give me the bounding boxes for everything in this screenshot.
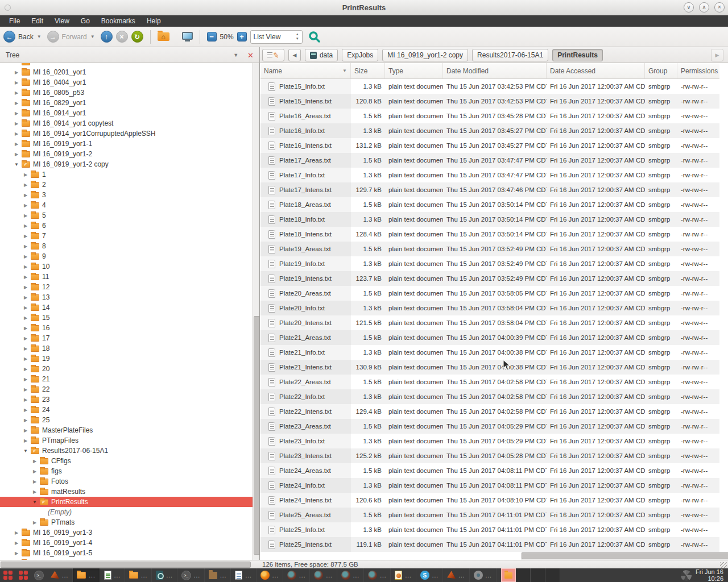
- browser-dark-task-button[interactable]: ...: [337, 568, 364, 582]
- document-task-button[interactable]: ...: [231, 568, 256, 582]
- close-button[interactable]: ×: [714, 2, 725, 13]
- file-row[interactable]: Plate22_Areas.txt1.5 kBplain text docume…: [260, 375, 719, 389]
- tree-item[interactable]: ▶MI 16_0404_yor1: [0, 77, 253, 88]
- expand-arrow-icon[interactable]: ▶: [22, 182, 30, 188]
- expand-arrow-icon[interactable]: ▶: [31, 520, 39, 525]
- column-header-type[interactable]: Type: [385, 63, 443, 78]
- expand-arrow-icon[interactable]: ▶: [31, 489, 39, 494]
- path-scroll-left-button[interactable]: ◀: [288, 49, 301, 61]
- column-header-date-modified[interactable]: Date Modified: [443, 63, 547, 78]
- file-row[interactable]: Plate24_Info.txt1.3 kBplain text documen…: [260, 478, 719, 493]
- qt-task-button[interactable]: ...: [152, 568, 177, 582]
- expand-arrow-icon[interactable]: ▶: [22, 346, 30, 351]
- forward-button[interactable]: → Forward ▼: [47, 31, 97, 43]
- expand-arrow-icon[interactable]: ▶: [22, 295, 30, 300]
- tree-item[interactable]: ▶PTmapFiles: [0, 435, 253, 446]
- file-row[interactable]: Plate20_Areas.txt1.5 kBplain text docume…: [260, 286, 719, 301]
- expand-arrow-icon[interactable]: ▶: [13, 152, 20, 157]
- file-row[interactable]: Plate23_Intens.txt125.2 kBplain text doc…: [260, 448, 719, 463]
- up-button[interactable]: ↑: [101, 31, 113, 43]
- expand-arrow-icon[interactable]: ▶: [13, 111, 20, 116]
- tree-item[interactable]: ▶MI 16_0919_yor1-4: [0, 538, 253, 548]
- expand-arrow-icon[interactable]: ▶: [22, 305, 30, 310]
- expand-arrow-icon[interactable]: ▶: [13, 70, 20, 75]
- matlab-task-button[interactable]: ...: [47, 568, 73, 582]
- expand-arrow-icon[interactable]: ▶: [22, 418, 30, 423]
- folder-task-button[interactable]: ...: [125, 568, 152, 582]
- tree-item[interactable]: (Empty): [0, 507, 253, 517]
- expand-arrow-icon[interactable]: ▶: [22, 326, 30, 331]
- expand-arrow-icon[interactable]: ▶: [13, 90, 20, 95]
- resize-grip[interactable]: [720, 562, 727, 568]
- tree-item[interactable]: [0, 63, 253, 67]
- tree-vertical-scrollbar-thumb[interactable]: [254, 316, 260, 555]
- tree-item[interactable]: ▶PTmats: [0, 517, 253, 527]
- workspace-3[interactable]: [531, 568, 545, 582]
- expand-arrow-icon[interactable]: ▶: [22, 244, 30, 249]
- tree-item[interactable]: ▶MI 16_0829_yor1: [0, 98, 253, 108]
- tree-vertical-scrollbar[interactable]: [253, 63, 260, 560]
- tree-item[interactable]: ▼MI 16_0919_yor1-2 copy: [0, 159, 253, 169]
- file-row[interactable]: Plate19_Info.txt1.3 kBplain text documen…: [260, 256, 719, 271]
- skype-task-button[interactable]: ...: [416, 568, 443, 582]
- expand-arrow-icon[interactable]: ▶: [22, 408, 30, 413]
- side-pane-close-icon[interactable]: ✕: [247, 52, 254, 59]
- expand-arrow-icon[interactable]: ▶: [22, 438, 30, 443]
- tree-item[interactable]: ▶MI 16_0919_yor1-2: [0, 149, 253, 159]
- tree-item[interactable]: ▶21: [0, 374, 253, 384]
- breadcrumb-results2017-06-15a1[interactable]: Results2017-06-15A1: [472, 49, 548, 61]
- column-header-group[interactable]: Group: [645, 63, 677, 78]
- column-header-size[interactable]: Size: [351, 63, 385, 78]
- file-row[interactable]: Plate21_Areas.txt1.5 kBplain text docume…: [260, 330, 719, 345]
- breadcrumb-printresults[interactable]: PrintResults: [552, 49, 603, 61]
- expand-arrow-icon[interactable]: ▶: [13, 541, 20, 546]
- archive-task-button[interactable]: ...: [205, 568, 231, 582]
- tree-item[interactable]: ▶4: [0, 200, 253, 210]
- tree-item[interactable]: ▶16: [0, 323, 253, 333]
- expand-arrow-icon[interactable]: ▶: [22, 275, 30, 280]
- menu-item-help[interactable]: Help: [141, 16, 167, 26]
- tree-item[interactable]: ▶24: [0, 405, 253, 415]
- zoom-out-button[interactable]: −: [207, 32, 217, 41]
- tree-item[interactable]: ▶13: [0, 292, 253, 302]
- matlab-task-button[interactable]: ...: [443, 568, 469, 582]
- breadcrumb-data[interactable]: data: [305, 49, 338, 61]
- terminal-task-button[interactable]: ...: [177, 568, 205, 582]
- tree-item[interactable]: ▶22: [0, 384, 253, 394]
- spreadsheet-task-button[interactable]: ...: [100, 568, 125, 582]
- expand-arrow-icon[interactable]: ▶: [22, 377, 30, 382]
- file-row[interactable]: Plate17_Info.txt1.3 kBplain text documen…: [260, 168, 719, 182]
- file-row[interactable]: Plate18_Areas.txt1.5 kBplain text docume…: [260, 197, 719, 212]
- expand-arrow-icon[interactable]: ▶: [22, 356, 30, 361]
- file-row[interactable]: Plate23_Info.txt1.3 kBplain text documen…: [260, 434, 719, 448]
- breadcrumb-expjobs[interactable]: ExpJobs: [342, 49, 378, 61]
- tree-item[interactable]: ▶matResults: [0, 487, 253, 497]
- expand-arrow-icon[interactable]: ▶: [22, 315, 30, 321]
- tree-item[interactable]: ▶18: [0, 343, 253, 354]
- tree-item[interactable]: ▶25: [0, 415, 253, 425]
- tree-item[interactable]: ▶5: [0, 210, 253, 221]
- stop-button[interactable]: ×: [116, 31, 128, 43]
- column-header-name[interactable]: Name ▼: [260, 63, 351, 78]
- expand-arrow-icon[interactable]: ▶: [13, 121, 20, 126]
- tree-item[interactable]: ▶20: [0, 364, 253, 374]
- expand-arrow-icon[interactable]: ▶: [22, 172, 30, 177]
- path-scroll-right-button[interactable]: ▶: [711, 49, 723, 61]
- menu-item-go[interactable]: Go: [75, 16, 96, 26]
- expand-arrow-icon[interactable]: ▶: [13, 80, 20, 85]
- window-menu-icon[interactable]: [5, 5, 11, 11]
- tree-item[interactable]: ▶10: [0, 261, 253, 272]
- workspace-2[interactable]: [516, 568, 531, 582]
- file-row[interactable]: Plate25_Info.txt1.3 kBplain text documen…: [260, 522, 719, 537]
- tree-item[interactable]: ▶MI 16_0914_yor1: [0, 108, 253, 118]
- expand-arrow-icon[interactable]: ▶: [31, 459, 39, 464]
- tree-item[interactable]: ▶Fotos: [0, 476, 253, 487]
- tree-item[interactable]: ▼Results2017-06-15A1: [0, 446, 253, 456]
- column-header-date-accessed[interactable]: Date Accessed: [547, 63, 645, 78]
- browser-dark-task-button[interactable]: ...: [283, 568, 310, 582]
- file-row[interactable]: Plate25_Intens.txt119.1 kBplain text doc…: [260, 537, 719, 552]
- file-row[interactable]: Plate17_Intens.txt129.7 kBplain text doc…: [260, 182, 719, 197]
- expand-arrow-icon[interactable]: ▶: [22, 264, 30, 269]
- tree-item[interactable]: ▶12: [0, 282, 253, 292]
- minimize-button[interactable]: ∨: [684, 2, 694, 13]
